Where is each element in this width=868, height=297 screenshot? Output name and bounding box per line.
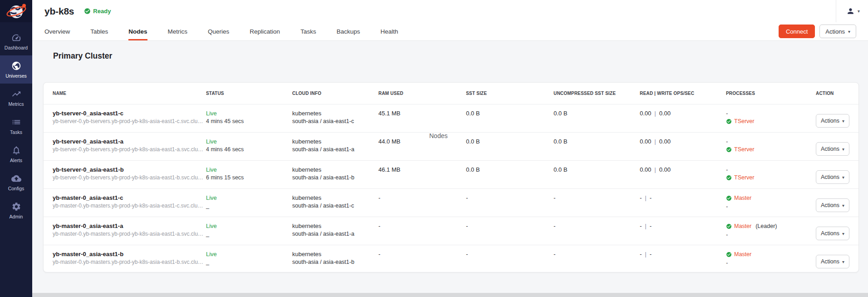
universe-tabbar: Overview Tables Nodes Metrics Queries Re… (32, 22, 868, 41)
sst-size-value: 0.0 B (466, 109, 554, 117)
tab-queries[interactable]: Queries (208, 22, 229, 40)
check-circle-icon (726, 147, 732, 153)
tab-nodes[interactable]: Nodes (128, 22, 147, 40)
node-name-link[interactable]: yb-tserver-0_asia-east1-b (53, 166, 206, 173)
node-region: south-asia / asia-east1-a (292, 145, 378, 154)
check-circle-icon (84, 8, 91, 15)
sidebar-item-configs[interactable]: Configs (0, 168, 32, 196)
chevron-down-icon: ▾ (842, 175, 844, 180)
sidebar-nav: Dashboard Universes Metrics Tasks Alerts… (0, 27, 32, 224)
node-region: south-asia / asia-east1-a (292, 230, 378, 238)
node-uptime: _ (206, 230, 292, 238)
node-name-link[interactable]: yb-tserver-0_asia-east1-c (53, 109, 206, 117)
ram-used-value: - (378, 222, 466, 230)
yugabyte-logo[interactable] (0, 0, 32, 22)
nodes-content: Primary Cluster Nodes NAME STATUS CLOUD … (32, 41, 868, 297)
node-uptime: 4 mins 45 secs (206, 117, 292, 126)
alerts-bell-icon (11, 145, 21, 155)
node-status: Live (206, 194, 292, 202)
sidebar-item-dashboard[interactable]: Dashboard (0, 27, 32, 55)
nodes-table-card: NAME STATUS CLOUD INFO RAM USED SST SIZE… (43, 82, 859, 272)
read-write-ops: 0.00|0.00 (640, 166, 726, 173)
tab-tables[interactable]: Tables (90, 22, 108, 40)
node-name-link[interactable]: yb-tserver-0_asia-east1-a (53, 138, 206, 145)
sidebar-item-universes[interactable]: Universes (0, 55, 32, 84)
node-status: Live (206, 109, 292, 117)
table-row: yb-master-0_asia-east1-c yb-master-0.yb-… (44, 188, 858, 217)
process-name[interactable]: Master (734, 194, 751, 203)
sidebar-item-admin[interactable]: Admin (0, 196, 32, 224)
read-write-ops: -|- (640, 250, 726, 258)
chevron-down-icon: ▾ (842, 119, 844, 124)
connect-button[interactable]: Connect (779, 25, 815, 38)
tab-replication[interactable]: Replication (250, 22, 280, 40)
node-uptime: 4 mins 46 secs (206, 145, 292, 154)
tab-tasks[interactable]: Tasks (300, 22, 316, 40)
node-name-link[interactable]: yb-master-0_asia-east1-c (53, 194, 206, 202)
process-name[interactable]: Master (734, 250, 751, 259)
column-header-read-write: READ | WRITE OPS/SEC (640, 91, 726, 96)
node-provider: kubernetes (292, 109, 378, 117)
tab-backups[interactable]: Backups (337, 22, 360, 40)
column-header-cloud-info: CLOUD INFO (292, 91, 378, 96)
table-header-row: NAME STATUS CLOUD INFO RAM USED SST SIZE… (44, 83, 858, 104)
sidebar-item-metrics[interactable]: Metrics (0, 84, 32, 112)
column-header-name: NAME (53, 91, 206, 96)
process-name[interactable]: TServer (734, 117, 754, 126)
process-name[interactable]: Master (734, 222, 751, 231)
uncompressed-sst-value: 0.0 B (554, 109, 640, 117)
row-actions-button[interactable]: Actions▾ (816, 255, 849, 268)
uncompressed-sst-value: - (554, 250, 640, 258)
node-address: yb-master-0.yb-masters.yb-prod-yb-k8s-as… (53, 202, 205, 210)
process-name[interactable]: TServer (734, 145, 754, 154)
sst-size-value: - (466, 250, 554, 258)
node-uptime: 6 mins 15 secs (206, 173, 292, 182)
column-header-action: ACTION (816, 91, 846, 96)
sidebar-item-label: Metrics (9, 101, 24, 107)
node-status: Live (206, 138, 292, 145)
sidebar-item-label: Configs (8, 186, 25, 191)
node-address: yb-master-0.yb-masters.yb-prod-yb-k8s-as… (53, 230, 205, 238)
sidebar-item-alerts[interactable]: Alerts (0, 140, 32, 168)
table-row: yb-tserver-0_asia-east1-a yb-tserver-0.y… (44, 132, 858, 160)
tab-health[interactable]: Health (380, 22, 398, 40)
row-actions-button[interactable]: Actions▾ (816, 227, 849, 240)
tab-overview[interactable]: Overview (44, 22, 70, 40)
row-actions-button[interactable]: Actions▾ (816, 114, 849, 128)
node-status: Live (206, 222, 292, 230)
horizontal-scrollbar[interactable] (32, 293, 868, 297)
chevron-down-icon: ▾ (842, 203, 844, 208)
node-status: Live (206, 166, 292, 173)
row-actions-button[interactable]: Actions▾ (816, 142, 849, 156)
uncompressed-sst-value: - (554, 194, 640, 202)
node-name-link[interactable]: yb-master-0_asia-east1-b (53, 250, 206, 258)
ram-used-value: 46.1 MB (378, 166, 466, 173)
row-actions-button[interactable]: Actions▾ (816, 170, 849, 184)
node-provider: kubernetes (292, 166, 378, 173)
user-menu[interactable]: ▾ (836, 0, 868, 22)
configs-cloud-icon (11, 173, 21, 183)
node-uptime: _ (206, 258, 292, 267)
node-region: south-asia / asia-east1-c (292, 202, 378, 210)
process-name[interactable]: TServer (734, 173, 754, 182)
ram-used-value: 44.0 MB (378, 138, 466, 145)
leader-label: (Leader) (755, 222, 777, 231)
sst-size-value: 0.0 B (466, 166, 554, 173)
universe-actions-button[interactable]: Actions▾ (819, 25, 856, 38)
node-status: Live (206, 250, 292, 258)
sidebar-item-label: Alerts (10, 158, 22, 163)
universe-toolbar: Connect Actions▾ (779, 22, 868, 40)
dashboard-gauge-icon (11, 33, 21, 43)
sidebar-item-label: Universes (5, 73, 27, 79)
sidebar-item-tasks[interactable]: Tasks (0, 112, 32, 140)
processes-cell: - TServer (726, 138, 816, 154)
tab-metrics[interactable]: Metrics (168, 22, 188, 40)
read-write-ops: 0.00|0.00 (640, 138, 726, 145)
uncompressed-sst-value: 0.0 B (554, 166, 640, 173)
universe-globe-icon (11, 61, 21, 71)
sidebar-item-label: Admin (10, 214, 23, 219)
row-actions-button[interactable]: Actions▾ (816, 198, 849, 212)
check-circle-icon (726, 175, 732, 181)
universe-header: yb-k8s Ready ▾ (32, 0, 868, 22)
node-name-link[interactable]: yb-master-0_asia-east1-a (53, 222, 206, 230)
